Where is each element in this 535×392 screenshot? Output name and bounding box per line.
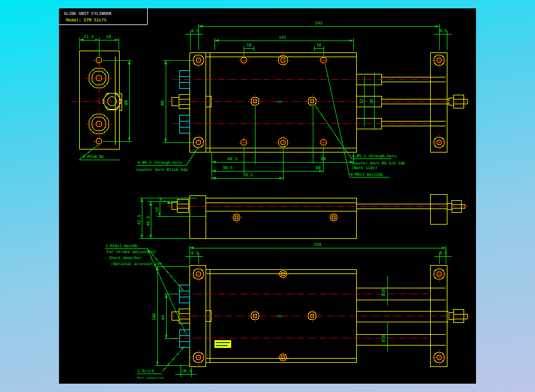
dim-30-5: 30.5: [223, 166, 233, 170]
dim-242: 242: [315, 21, 323, 26]
dim-19: 19: [106, 35, 111, 39]
drawing-model: Model: STM 32x75: [66, 18, 106, 23]
note-cbore-right-1: 4-Ø5.5 through-hole.: [352, 154, 399, 158]
dim-80b: 80: [316, 166, 321, 170]
dim-8-5-left: 8.5: [191, 29, 199, 33]
brand-mark: STM: [276, 100, 282, 104]
dim-8-5-right-top: 8.5: [440, 251, 447, 256]
dim-21-5: 21.5: [84, 35, 94, 39]
dim-80-front: 80: [160, 101, 165, 105]
dim-10-left: 10: [247, 43, 251, 48]
note-stroke-1: 2-M10x1.0px30L: [105, 244, 138, 248]
dim-42-5: 42.5: [137, 215, 142, 225]
note-tap-m6: 4-M6x1.0px12dp: [350, 172, 383, 177]
drawing-title: SLIDE UNIT CYLINDER: [64, 11, 112, 16]
note-thread-m5: 2-M5x0.8p: [83, 154, 104, 159]
dim-32: 32: [359, 99, 364, 104]
dim-100: 100: [152, 313, 157, 321]
dim-141: 141: [279, 35, 287, 40]
dim-19-side: 19: [155, 207, 160, 212]
note-cbore-left-2: Counter bore Ø11x6.5dp: [136, 167, 188, 172]
dim-8-5-right: 8.5: [440, 29, 447, 33]
dim-70-5: 70.5: [243, 173, 253, 178]
dim-40-5: 40.5: [228, 157, 238, 161]
dim-rod-dia-bottom: Ø16: [381, 335, 386, 343]
dim-40-5-side: 40.5: [146, 216, 151, 226]
drawing-canvas: [59, 8, 476, 384]
note-stroke-3: - Shock absorber: [104, 256, 142, 260]
dim-rod-dia-top: Ø10: [381, 289, 386, 297]
brand-mark-top: STM: [276, 315, 282, 318]
note-cbore-right-3: (Both side): [352, 166, 377, 170]
dim-8-5-left-top: 8.5: [191, 251, 199, 256]
note-cbore-right-2: Counter bore Ø9.5x5.5dp: [352, 161, 405, 166]
note-port-2: Port connection: [137, 376, 164, 379]
dim-259: 259: [314, 242, 322, 247]
note-port-1: 2-Rc1/8: [138, 369, 154, 374]
dim-36: 36: [369, 99, 374, 104]
dim-10-5: 10.5: [182, 369, 192, 374]
note-cbore-left-1: 4-Ø6.5 through-hole: [138, 160, 182, 165]
cad-drawing: SLIDE UNIT CYLINDER Model: STM 32x75 21.…: [0, 0, 535, 392]
dim-6: 6: [160, 197, 162, 202]
dim-10-right: 10: [316, 43, 321, 48]
dim-80-end: 80: [124, 100, 129, 105]
dim-44: 44: [161, 315, 166, 320]
dim-60: 60: [321, 157, 326, 161]
nameplate: [214, 340, 231, 348]
